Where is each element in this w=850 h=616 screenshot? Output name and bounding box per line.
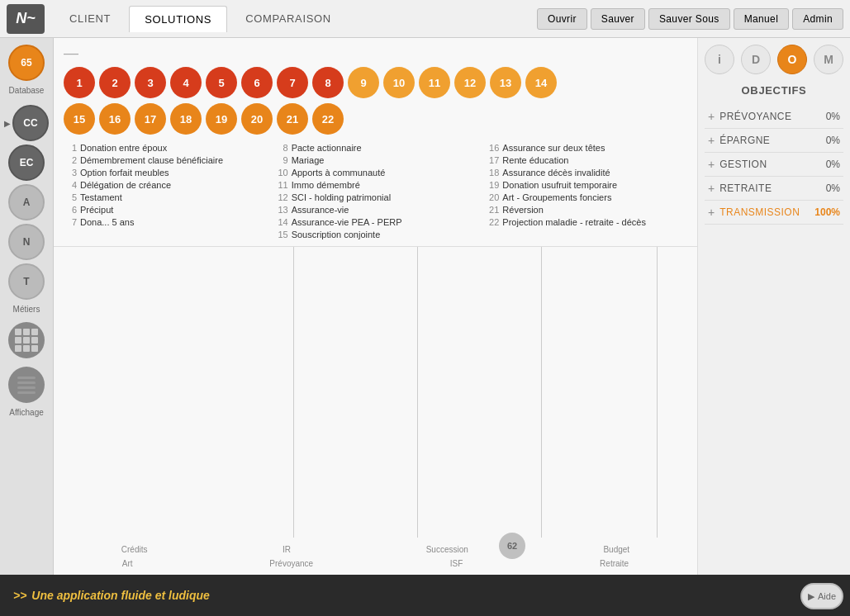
sidebar-cc[interactable]: CC (12, 105, 49, 141)
circle-2[interactable]: 2 (99, 67, 131, 98)
icon-info[interactable]: i (705, 45, 734, 74)
circle-18[interactable]: 18 (170, 103, 202, 135)
circle-20[interactable]: 20 (241, 103, 273, 135)
aide-label: Aide (818, 591, 836, 601)
aide-icon: ▶ (808, 591, 814, 602)
legend-item-12: 12SCI - holding patrimonial (275, 192, 477, 202)
legend-item-20: 20Art - Groupements fonciers (486, 192, 687, 202)
app-logo: N~ (7, 4, 45, 34)
right-top-icons: i D O M (705, 45, 843, 74)
top-nav: N~ Client Solutions Comparaison Ouvrir S… (0, 0, 850, 38)
icon-o[interactable]: O (777, 45, 807, 74)
axis-label-art: Art (122, 559, 133, 568)
circle-6[interactable]: 6 (241, 67, 273, 98)
legend-item-8: 8Pacte actionnaire (275, 143, 477, 153)
legend-item-16: 16Assurance sur deux têtes (486, 143, 687, 153)
aide-button[interactable]: ▶ Aide (800, 583, 843, 609)
sidebar-arrow-left[interactable]: ▶ (4, 119, 11, 128)
sidebar-ec[interactable]: EC (8, 145, 45, 181)
icon-d[interactable]: D (741, 45, 771, 74)
circle-15[interactable]: 15 (64, 103, 95, 135)
obj-row-épargne[interactable]: + Épargne 0% (705, 129, 843, 153)
circle-5[interactable]: 5 (206, 67, 237, 98)
legend-section: — 1234567891011121314 1516171819202122 1… (54, 38, 697, 247)
obj-row-prévoyance[interactable]: + Prévoyance 0% (705, 105, 843, 129)
obj-pct: 0% (826, 111, 840, 122)
obj-label: Épargne (719, 135, 825, 146)
right-panel: i D O M Objectifs + Prévoyance 0%+ Éparg… (697, 38, 850, 616)
circle-3[interactable]: 3 (135, 67, 166, 98)
lines-icon (17, 377, 36, 394)
sidebar-lines-button[interactable] (8, 367, 45, 403)
legend-item-3: 3Option forfait meubles (64, 168, 265, 178)
legend-item-14: 14Assurance-vie PEA - PERP (275, 217, 477, 227)
chart-area: 4249414846404754564551293132583539445028… (54, 247, 697, 616)
legend-col-3: 16Assurance sur deux têtes17Rente éducat… (486, 143, 687, 239)
circle-21[interactable]: 21 (277, 103, 308, 135)
objectives-list: + Prévoyance 0%+ Épargne 0%+ Gestion 0%+… (705, 105, 843, 225)
circle-19[interactable]: 19 (206, 103, 237, 135)
sidebar-t[interactable]: T (8, 263, 45, 300)
axis-bottom-2: Art Prévoyance ISF Retraite (54, 559, 697, 568)
obj-label: Retraite (719, 182, 825, 194)
obj-plus-icon: + (708, 110, 715, 123)
tab-client[interactable]: Client (55, 6, 126, 31)
circle-8[interactable]: 8 (312, 67, 344, 98)
circle-1[interactable]: 1 (64, 67, 95, 98)
legend-item-15: 15Souscription conjointe (275, 230, 477, 239)
tab-comparaison[interactable]: Comparaison (230, 6, 346, 31)
circle-17[interactable]: 17 (135, 103, 166, 135)
circle-11[interactable]: 11 (419, 67, 450, 98)
database-label: Database (9, 86, 45, 95)
legend-item-22: 22Projection maladie - retraite - décès (486, 217, 687, 227)
obj-pct: 100% (814, 206, 840, 218)
axis-bottom-1: Crédits IR Succession Budget (54, 545, 697, 554)
circle-12[interactable]: 12 (454, 67, 486, 98)
legend-item-21: 21Réversion (486, 205, 687, 215)
circle-10[interactable]: 10 (383, 67, 415, 98)
sauver-sous-button[interactable]: Sauver Sous (648, 8, 730, 30)
admin-button[interactable]: Admin (792, 8, 843, 30)
circle-9[interactable]: 9 (348, 67, 379, 98)
circle-16[interactable]: 16 (99, 103, 131, 135)
vline-3 (541, 247, 542, 538)
circle-22[interactable]: 22 (312, 103, 344, 135)
bottom-arrows: >> (13, 589, 26, 602)
circle-4[interactable]: 4 (170, 67, 202, 98)
circle-14[interactable]: 14 (525, 67, 557, 98)
circle-13[interactable]: 13 (490, 67, 521, 98)
database-count[interactable]: 65 (8, 45, 45, 81)
content-area: — 1234567891011121314 1516171819202122 1… (54, 38, 697, 616)
obj-row-transmission[interactable]: + Transmission 100% (705, 201, 843, 225)
vline-1 (293, 247, 294, 538)
tab-solutions[interactable]: Solutions (129, 6, 227, 32)
obj-row-retraite[interactable]: + Retraite 0% (705, 177, 843, 201)
affichage-label: Affichage (9, 408, 44, 417)
sidebar-grid-button[interactable] (8, 322, 45, 358)
legend-item-11: 11Immo démembré (275, 180, 477, 190)
legend-text: 1Donation entre époux2Démembrement claus… (64, 140, 687, 243)
legend-item-2: 2Démembrement clause bénéficiaire (64, 155, 265, 165)
circle-7[interactable]: 7 (277, 67, 308, 98)
ouvrir-button[interactable]: Ouvrir (537, 8, 587, 30)
left-sidebar: 65 Database ▶ CC EC A N T Métiers Affich… (0, 38, 54, 616)
vline-4 (657, 247, 658, 538)
manuel-button[interactable]: Manuel (734, 8, 790, 30)
axis-label-succession: Succession (426, 545, 468, 554)
obj-plus-icon: + (708, 134, 715, 147)
obj-plus-icon: + (708, 158, 715, 171)
sauver-button[interactable]: Sauver (591, 8, 645, 30)
bottom-bar: >> Une application fluide et ludique (0, 575, 850, 616)
icon-m[interactable]: M (814, 45, 843, 74)
axis-label-prevoyance: Prévoyance (269, 559, 313, 568)
obj-pct: 0% (826, 159, 840, 170)
obj-row-gestion[interactable]: + Gestion 0% (705, 153, 843, 177)
main-area: 65 Database ▶ CC EC A N T Métiers Affich… (0, 38, 850, 616)
sidebar-n[interactable]: N (8, 224, 45, 260)
sidebar-a[interactable]: A (8, 184, 45, 220)
legend-item-5: 5Testament (64, 192, 265, 202)
legend-item-17: 17Rente éducation (486, 155, 687, 165)
scatter-container: 4249414846404754564551293132583539445028… (54, 247, 697, 538)
legend-item-4: 4Délégation de créance (64, 180, 265, 190)
obj-plus-icon: + (708, 182, 715, 195)
